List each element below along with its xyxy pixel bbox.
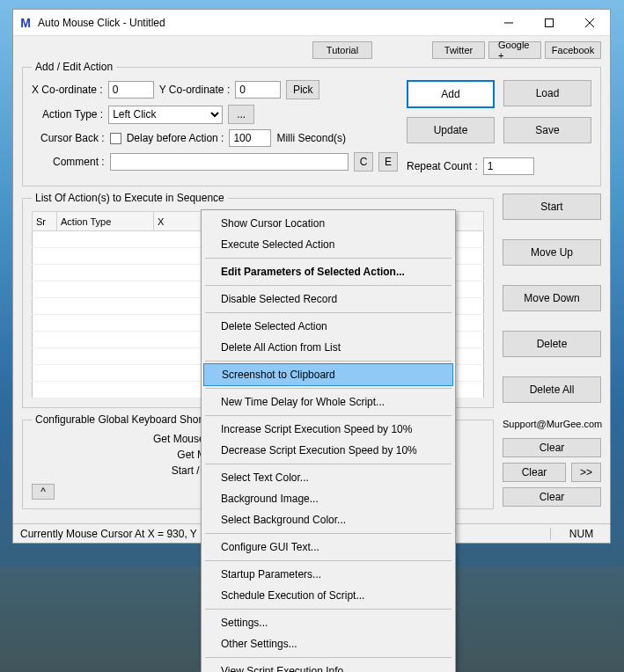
- caret-button[interactable]: ^: [32, 484, 55, 500]
- menu-separator: [205, 388, 451, 389]
- twitter-button[interactable]: Twitter: [432, 41, 485, 59]
- cursor-back-label: Cursor Back :: [40, 132, 105, 144]
- menu-item[interactable]: Screenshot to Clipboard: [203, 363, 453, 386]
- menu-item[interactable]: Execute Selected Action: [203, 234, 453, 255]
- action-type-select[interactable]: Left Click: [108, 106, 223, 124]
- add-button[interactable]: Add: [407, 80, 495, 108]
- menu-item[interactable]: Other Settings...: [203, 633, 453, 654]
- repeat-count-label: Repeat Count :: [407, 160, 478, 172]
- x-coord-label: X Co-ordinate :: [32, 84, 103, 96]
- delete-all-button[interactable]: Delete All: [503, 376, 601, 403]
- y-coord-input[interactable]: [235, 81, 281, 99]
- more-button[interactable]: >>: [571, 463, 601, 482]
- move-up-button[interactable]: Move Up: [503, 239, 601, 266]
- menu-item[interactable]: Select Text Color...: [203, 467, 453, 488]
- menu-separator: [205, 361, 451, 362]
- menu-separator: [205, 312, 451, 313]
- menu-separator: [205, 285, 451, 286]
- menu-item[interactable]: Disable Selected Record: [203, 289, 453, 310]
- window-title: Auto Mouse Click - Untitled: [33, 17, 488, 29]
- repeat-count-input[interactable]: [483, 157, 534, 175]
- menu-item[interactable]: New Time Delay for Whole Script...: [203, 391, 453, 413]
- add-edit-action-group: Add / Edit Action X Co-ordinate : Y Co-o…: [22, 61, 601, 186]
- menu-item[interactable]: Startup Parameters...: [203, 564, 453, 585]
- app-icon: M: [18, 16, 33, 30]
- svg-rect-1: [546, 18, 554, 26]
- close-button[interactable]: [569, 10, 610, 36]
- menu-item[interactable]: Background Image...: [203, 488, 453, 509]
- menu-separator: [205, 258, 451, 259]
- titlebar: M Auto Mouse Click - Untitled: [13, 10, 610, 36]
- menu-separator: [205, 609, 451, 610]
- add-edit-legend: Add / Edit Action: [32, 61, 116, 73]
- comment-label: Comment :: [53, 156, 105, 168]
- action-type-more-button[interactable]: ...: [228, 105, 254, 124]
- load-button[interactable]: Load: [503, 80, 591, 106]
- pick-button[interactable]: Pick: [286, 80, 319, 99]
- menu-separator: [205, 415, 451, 416]
- menu-item[interactable]: Delete All Action from List: [203, 337, 453, 358]
- menu-separator: [205, 464, 451, 464]
- menu-item[interactable]: Configure GUI Text...: [203, 537, 453, 558]
- menu-separator: [205, 533, 451, 534]
- menu-item[interactable]: Show Cursor Location: [203, 213, 453, 234]
- action-type-label: Action Type :: [42, 108, 103, 121]
- googleplus-button[interactable]: Google +: [488, 41, 541, 59]
- maximize-button[interactable]: [529, 10, 569, 36]
- x-coord-input[interactable]: [108, 81, 154, 99]
- status-text: Currently Mouse Cursor At X = 930, Y: [20, 528, 197, 540]
- menu-item[interactable]: Edit Parameters of Selected Action...: [203, 261, 453, 282]
- facebook-button[interactable]: Facebook: [545, 41, 601, 59]
- ms-label: Milli Second(s): [276, 132, 346, 144]
- comment-input[interactable]: [110, 153, 349, 171]
- start-button[interactable]: Start: [503, 194, 601, 220]
- col-action-type[interactable]: Action Type: [57, 212, 154, 231]
- move-down-button[interactable]: Move Down: [503, 285, 601, 311]
- shortcuts-legend: Configurable Global Keyboard Shortc: [32, 413, 214, 426]
- clear-button-2[interactable]: Clear: [503, 463, 566, 482]
- tutorial-button[interactable]: Tutorial: [312, 41, 372, 59]
- menu-item[interactable]: Settings...: [203, 612, 453, 633]
- menu-separator: [205, 657, 451, 658]
- menu-item[interactable]: Delete Selected Action: [203, 316, 453, 337]
- menu-item[interactable]: Select Background Color...: [203, 509, 453, 530]
- e-button[interactable]: E: [378, 152, 398, 172]
- clear-button-3[interactable]: Clear: [503, 487, 601, 507]
- delay-label: Delay before Action :: [127, 132, 224, 144]
- menu-item[interactable]: Schedule Execution of Script...: [203, 585, 453, 606]
- menu-item[interactable]: Increase Script Execution Speed by 10%: [203, 419, 453, 440]
- context-menu: Show Cursor LocationExecute Selected Act…: [201, 209, 456, 672]
- delay-input[interactable]: [229, 129, 271, 147]
- save-button[interactable]: Save: [503, 117, 591, 143]
- menu-separator: [205, 560, 451, 561]
- cursor-back-checkbox[interactable]: [110, 133, 121, 144]
- menu-item[interactable]: Decrease Script Execution Speed by 10%: [203, 440, 453, 461]
- y-coord-label: Y Co-ordinate :: [159, 84, 231, 96]
- update-button[interactable]: Update: [407, 117, 495, 143]
- support-link[interactable]: Support@MurGee.com: [503, 419, 601, 429]
- clear-button-1[interactable]: Clear: [503, 438, 601, 457]
- minimize-button[interactable]: [488, 10, 529, 36]
- c-button[interactable]: C: [354, 152, 373, 172]
- action-list-legend: List Of Action(s) to Execute in Sequence: [32, 192, 228, 204]
- numlock-indicator: NUM: [550, 528, 603, 540]
- col-sr[interactable]: Sr: [33, 212, 57, 231]
- delete-button[interactable]: Delete: [503, 331, 601, 357]
- menu-item[interactable]: View Script Execution Info...: [203, 661, 453, 672]
